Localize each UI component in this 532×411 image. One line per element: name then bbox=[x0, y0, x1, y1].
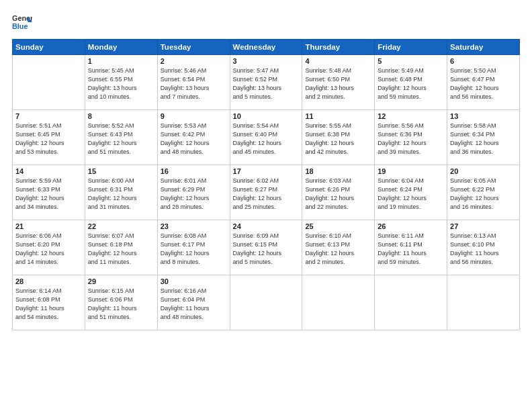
weekday-header-row: SundayMondayTuesdayWednesdayThursdayFrid… bbox=[13, 40, 520, 55]
day-cell-27: 27Sunrise: 6:13 AM Sunset: 6:10 PM Dayli… bbox=[447, 220, 520, 275]
day-info: Sunrise: 5:54 AM Sunset: 6:40 PM Dayligh… bbox=[233, 122, 300, 156]
day-info: Sunrise: 5:52 AM Sunset: 6:43 PM Dayligh… bbox=[88, 122, 154, 156]
weekday-header-tuesday: Tuesday bbox=[157, 40, 230, 55]
day-info: Sunrise: 5:59 AM Sunset: 6:33 PM Dayligh… bbox=[15, 177, 82, 212]
svg-text:Blue: Blue bbox=[12, 22, 28, 30]
day-cell-29: 29Sunrise: 6:15 AM Sunset: 6:06 PM Dayli… bbox=[85, 275, 157, 330]
weekday-header-saturday: Saturday bbox=[447, 40, 520, 55]
day-number: 2 bbox=[161, 57, 227, 65]
day-cell-1: 1Sunrise: 5:45 AM Sunset: 6:55 PM Daylig… bbox=[85, 55, 157, 110]
day-cell-2: 2Sunrise: 5:46 AM Sunset: 6:54 PM Daylig… bbox=[157, 55, 230, 110]
calendar-table: SundayMondayTuesdayWednesdayThursdayFrid… bbox=[12, 39, 520, 330]
day-number: 14 bbox=[15, 167, 82, 175]
week-row-5: 28Sunrise: 6:14 AM Sunset: 6:08 PM Dayli… bbox=[13, 275, 520, 330]
day-number: 8 bbox=[88, 112, 154, 120]
day-info: Sunrise: 6:05 AM Sunset: 6:22 PM Dayligh… bbox=[450, 177, 517, 212]
day-info: Sunrise: 6:16 AM Sunset: 6:04 PM Dayligh… bbox=[161, 287, 227, 322]
day-cell-16: 16Sunrise: 6:01 AM Sunset: 6:29 PM Dayli… bbox=[157, 165, 230, 220]
day-number: 28 bbox=[15, 277, 82, 285]
day-number: 9 bbox=[161, 112, 227, 120]
empty-cell bbox=[230, 275, 302, 330]
day-number: 30 bbox=[161, 277, 227, 285]
day-number: 1 bbox=[88, 57, 154, 65]
day-cell-9: 9Sunrise: 5:53 AM Sunset: 6:42 PM Daylig… bbox=[157, 110, 230, 165]
empty-cell bbox=[447, 275, 520, 330]
day-cell-5: 5Sunrise: 5:49 AM Sunset: 6:48 PM Daylig… bbox=[375, 55, 447, 110]
day-cell-7: 7Sunrise: 5:51 AM Sunset: 6:45 PM Daylig… bbox=[13, 110, 85, 165]
day-number: 18 bbox=[305, 167, 371, 175]
empty-cell bbox=[302, 275, 375, 330]
day-info: Sunrise: 5:47 AM Sunset: 6:52 PM Dayligh… bbox=[233, 66, 300, 101]
day-number: 23 bbox=[161, 222, 227, 230]
logo-icon: General Blue bbox=[12, 12, 32, 32]
day-info: Sunrise: 6:13 AM Sunset: 6:10 PM Dayligh… bbox=[450, 232, 517, 267]
day-number: 6 bbox=[450, 57, 517, 65]
day-info: Sunrise: 6:03 AM Sunset: 6:26 PM Dayligh… bbox=[305, 177, 371, 212]
day-info: Sunrise: 6:04 AM Sunset: 6:24 PM Dayligh… bbox=[378, 177, 444, 212]
day-cell-21: 21Sunrise: 6:06 AM Sunset: 6:20 PM Dayli… bbox=[13, 220, 85, 275]
day-number: 20 bbox=[450, 167, 517, 175]
day-info: Sunrise: 6:15 AM Sunset: 6:06 PM Dayligh… bbox=[88, 287, 154, 322]
day-cell-8: 8Sunrise: 5:52 AM Sunset: 6:43 PM Daylig… bbox=[85, 110, 157, 165]
day-info: Sunrise: 5:56 AM Sunset: 6:36 PM Dayligh… bbox=[378, 122, 444, 156]
day-number: 4 bbox=[305, 57, 371, 65]
day-info: Sunrise: 6:08 AM Sunset: 6:17 PM Dayligh… bbox=[161, 232, 227, 267]
day-cell-12: 12Sunrise: 5:56 AM Sunset: 6:36 PM Dayli… bbox=[375, 110, 447, 165]
day-info: Sunrise: 6:06 AM Sunset: 6:20 PM Dayligh… bbox=[15, 232, 82, 267]
day-cell-17: 17Sunrise: 6:02 AM Sunset: 6:27 PM Dayli… bbox=[230, 165, 302, 220]
day-cell-6: 6Sunrise: 5:50 AM Sunset: 6:47 PM Daylig… bbox=[447, 55, 520, 110]
day-cell-18: 18Sunrise: 6:03 AM Sunset: 6:26 PM Dayli… bbox=[302, 165, 375, 220]
day-number: 24 bbox=[233, 222, 300, 230]
empty-cell bbox=[13, 55, 85, 110]
day-info: Sunrise: 6:10 AM Sunset: 6:13 PM Dayligh… bbox=[305, 232, 371, 267]
week-row-2: 7Sunrise: 5:51 AM Sunset: 6:45 PM Daylig… bbox=[13, 110, 520, 165]
day-number: 15 bbox=[88, 167, 154, 175]
day-info: Sunrise: 5:49 AM Sunset: 6:48 PM Dayligh… bbox=[378, 66, 444, 101]
day-number: 25 bbox=[305, 222, 371, 230]
day-cell-24: 24Sunrise: 6:09 AM Sunset: 6:15 PM Dayli… bbox=[230, 220, 302, 275]
day-info: Sunrise: 6:02 AM Sunset: 6:27 PM Dayligh… bbox=[233, 177, 300, 212]
day-info: Sunrise: 5:50 AM Sunset: 6:47 PM Dayligh… bbox=[450, 66, 517, 101]
day-number: 3 bbox=[233, 57, 300, 65]
day-info: Sunrise: 6:14 AM Sunset: 6:08 PM Dayligh… bbox=[15, 287, 82, 322]
day-number: 13 bbox=[450, 112, 517, 120]
day-number: 22 bbox=[88, 222, 154, 230]
day-info: Sunrise: 5:53 AM Sunset: 6:42 PM Dayligh… bbox=[161, 122, 227, 156]
day-info: Sunrise: 6:09 AM Sunset: 6:15 PM Dayligh… bbox=[233, 232, 300, 267]
day-number: 16 bbox=[161, 167, 227, 175]
weekday-header-friday: Friday bbox=[375, 40, 447, 55]
day-number: 12 bbox=[378, 112, 444, 120]
day-cell-10: 10Sunrise: 5:54 AM Sunset: 6:40 PM Dayli… bbox=[230, 110, 302, 165]
day-cell-26: 26Sunrise: 6:11 AM Sunset: 6:11 PM Dayli… bbox=[375, 220, 447, 275]
day-info: Sunrise: 6:00 AM Sunset: 6:31 PM Dayligh… bbox=[88, 177, 154, 212]
day-number: 10 bbox=[233, 112, 300, 120]
day-cell-15: 15Sunrise: 6:00 AM Sunset: 6:31 PM Dayli… bbox=[85, 165, 157, 220]
day-number: 19 bbox=[378, 167, 444, 175]
day-info: Sunrise: 5:55 AM Sunset: 6:38 PM Dayligh… bbox=[305, 122, 371, 156]
calendar-page: General Blue SundayMondayTuesdayWednesda… bbox=[0, 0, 532, 411]
day-cell-25: 25Sunrise: 6:10 AM Sunset: 6:13 PM Dayli… bbox=[302, 220, 375, 275]
day-number: 5 bbox=[378, 57, 444, 65]
day-cell-14: 14Sunrise: 5:59 AM Sunset: 6:33 PM Dayli… bbox=[13, 165, 85, 220]
day-number: 7 bbox=[15, 112, 82, 120]
week-row-3: 14Sunrise: 5:59 AM Sunset: 6:33 PM Dayli… bbox=[13, 165, 520, 220]
day-info: Sunrise: 5:46 AM Sunset: 6:54 PM Dayligh… bbox=[161, 66, 227, 101]
day-info: Sunrise: 5:48 AM Sunset: 6:50 PM Dayligh… bbox=[305, 66, 371, 101]
day-number: 11 bbox=[305, 112, 371, 120]
day-cell-20: 20Sunrise: 6:05 AM Sunset: 6:22 PM Dayli… bbox=[447, 165, 520, 220]
day-cell-30: 30Sunrise: 6:16 AM Sunset: 6:04 PM Dayli… bbox=[157, 275, 230, 330]
day-info: Sunrise: 5:58 AM Sunset: 6:34 PM Dayligh… bbox=[450, 122, 517, 156]
day-cell-4: 4Sunrise: 5:48 AM Sunset: 6:50 PM Daylig… bbox=[302, 55, 375, 110]
week-row-1: 1Sunrise: 5:45 AM Sunset: 6:55 PM Daylig… bbox=[13, 55, 520, 110]
weekday-header-thursday: Thursday bbox=[302, 40, 375, 55]
page-header: General Blue bbox=[12, 12, 520, 32]
day-cell-22: 22Sunrise: 6:07 AM Sunset: 6:18 PM Dayli… bbox=[85, 220, 157, 275]
weekday-header-wednesday: Wednesday bbox=[230, 40, 302, 55]
day-number: 17 bbox=[233, 167, 300, 175]
empty-cell bbox=[375, 275, 447, 330]
day-number: 29 bbox=[88, 277, 154, 285]
day-info: Sunrise: 6:11 AM Sunset: 6:11 PM Dayligh… bbox=[378, 232, 444, 267]
day-cell-11: 11Sunrise: 5:55 AM Sunset: 6:38 PM Dayli… bbox=[302, 110, 375, 165]
day-cell-13: 13Sunrise: 5:58 AM Sunset: 6:34 PM Dayli… bbox=[447, 110, 520, 165]
day-number: 27 bbox=[450, 222, 517, 230]
